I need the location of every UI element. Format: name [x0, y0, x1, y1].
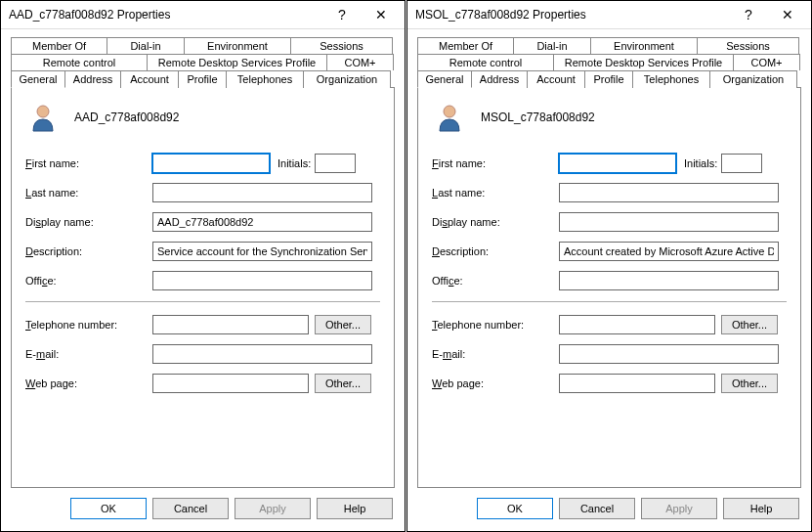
last-name-input[interactable]: [559, 183, 779, 202]
username-display: AAD_c778af008d92: [74, 111, 179, 124]
tab-organization[interactable]: Organization: [709, 70, 797, 88]
tab-panel-general: AAD_c778af008d92 First name: Initials: L…: [11, 87, 395, 488]
display-name-input[interactable]: [559, 212, 779, 232]
dialog-content: Member Of Dial-in Environment Sessions R…: [407, 29, 811, 488]
tab-telephones[interactable]: Telephones: [632, 70, 710, 88]
first-name-label: First name:: [25, 157, 152, 169]
tab-general[interactable]: General: [417, 70, 472, 88]
dialog-button-row: OK Cancel Apply Help: [1, 488, 405, 531]
titlebar: AAD_c778af008d92 Properties ? ✕: [1, 1, 405, 29]
office-input[interactable]: [152, 271, 372, 290]
ok-button[interactable]: OK: [477, 498, 553, 519]
user-icon: [27, 102, 59, 133]
telephone-input[interactable]: [559, 315, 715, 334]
apply-button[interactable]: Apply: [641, 498, 717, 519]
display-name-input[interactable]: [152, 212, 372, 232]
separator: [432, 301, 787, 302]
help-button[interactable]: Help: [723, 498, 799, 519]
webpage-input[interactable]: [152, 374, 309, 393]
email-input[interactable]: [559, 344, 779, 364]
tab-profile[interactable]: Profile: [178, 70, 227, 88]
last-name-input[interactable]: [152, 183, 372, 202]
first-name-input[interactable]: [152, 154, 270, 173]
telephone-other-button[interactable]: Other...: [315, 315, 371, 334]
tab-rds-profile[interactable]: Remote Desktop Services Profile: [147, 54, 327, 70]
svg-point-0: [37, 106, 49, 117]
tab-environment[interactable]: Environment: [590, 37, 698, 54]
webpage-other-button[interactable]: Other...: [315, 374, 371, 393]
tab-address[interactable]: Address: [471, 70, 528, 88]
tab-com-plus[interactable]: COM+: [326, 54, 394, 70]
tab-com-plus[interactable]: COM+: [733, 54, 800, 70]
tab-member-of[interactable]: Member Of: [11, 37, 107, 54]
help-icon[interactable]: ?: [322, 1, 362, 28]
tab-environment[interactable]: Environment: [184, 37, 291, 54]
tab-address[interactable]: Address: [64, 70, 121, 88]
cancel-button[interactable]: Cancel: [559, 498, 635, 519]
webpage-label: Web page:: [432, 377, 559, 389]
svg-point-1: [444, 106, 455, 117]
cancel-button[interactable]: Cancel: [152, 498, 229, 519]
description-input[interactable]: [559, 242, 779, 261]
initials-label: Initials:: [684, 157, 717, 169]
apply-button[interactable]: Apply: [235, 498, 311, 519]
tab-sessions[interactable]: Sessions: [697, 37, 799, 54]
tab-account[interactable]: Account: [527, 70, 585, 88]
close-icon[interactable]: ✕: [768, 1, 807, 28]
description-label: Description:: [432, 245, 559, 257]
tab-remote-control[interactable]: Remote control: [11, 54, 148, 70]
telephone-input[interactable]: [152, 315, 309, 334]
tab-dial-in[interactable]: Dial-in: [107, 37, 185, 54]
help-icon[interactable]: ?: [729, 1, 768, 28]
dialog-button-row: OK Cancel Apply Help: [407, 488, 811, 531]
email-label: E-mail:: [432, 348, 559, 360]
webpage-other-button[interactable]: Other...: [721, 374, 778, 393]
webpage-label: Web page:: [25, 377, 152, 389]
email-label: E-mail:: [25, 348, 152, 360]
tab-panel-general: MSOL_c778af008d92 First name: Initials: …: [417, 87, 801, 488]
tab-profile[interactable]: Profile: [584, 70, 633, 88]
window-title: MSOL_c778af008d92 Properties: [415, 8, 729, 22]
office-label: Office:: [25, 275, 152, 287]
telephone-label: Telephone number:: [432, 319, 559, 331]
tab-sessions[interactable]: Sessions: [290, 37, 393, 54]
dialog-content: Member Of Dial-in Environment Sessions R…: [1, 29, 405, 488]
tab-strip: Member Of Dial-in Environment Sessions R…: [417, 37, 801, 88]
tab-dial-in[interactable]: Dial-in: [513, 37, 591, 54]
properties-dialog-left: AAD_c778af008d92 Properties ? ✕ Member O…: [0, 0, 406, 532]
last-name-label: Last name:: [25, 187, 152, 199]
help-button[interactable]: Help: [317, 498, 393, 519]
office-label: Office:: [432, 275, 559, 287]
display-name-label: Display name:: [25, 216, 152, 228]
tab-member-of[interactable]: Member Of: [417, 37, 514, 54]
description-label: Description:: [25, 245, 152, 257]
window-title: AAD_c778af008d92 Properties: [9, 8, 322, 22]
tab-organization[interactable]: Organization: [303, 70, 391, 88]
initials-label: Initials:: [278, 157, 311, 169]
display-name-label: Display name:: [432, 216, 559, 228]
tab-account[interactable]: Account: [120, 70, 179, 88]
initials-input[interactable]: [721, 154, 762, 173]
first-name-input[interactable]: [559, 154, 676, 173]
separator: [25, 301, 380, 302]
tab-telephones[interactable]: Telephones: [226, 70, 304, 88]
user-icon: [434, 102, 465, 133]
office-input[interactable]: [559, 271, 779, 290]
username-display: MSOL_c778af008d92: [481, 111, 595, 124]
telephone-other-button[interactable]: Other...: [721, 315, 778, 334]
first-name-label: First name:: [432, 157, 559, 169]
tab-rds-profile[interactable]: Remote Desktop Services Profile: [553, 54, 734, 70]
properties-dialog-right: MSOL_c778af008d92 Properties ? ✕ Member …: [406, 0, 812, 532]
initials-input[interactable]: [315, 154, 356, 173]
titlebar: MSOL_c778af008d92 Properties ? ✕: [407, 1, 811, 29]
close-icon[interactable]: ✕: [362, 1, 401, 28]
tab-general[interactable]: General: [11, 70, 65, 88]
email-input[interactable]: [152, 344, 372, 364]
tab-strip: Member Of Dial-in Environment Sessions R…: [11, 37, 395, 88]
telephone-label: Telephone number:: [25, 319, 152, 331]
description-input[interactable]: [152, 242, 372, 261]
tab-remote-control[interactable]: Remote control: [417, 54, 554, 70]
webpage-input[interactable]: [559, 374, 715, 393]
ok-button[interactable]: OK: [70, 498, 147, 519]
last-name-label: Last name:: [432, 187, 559, 199]
